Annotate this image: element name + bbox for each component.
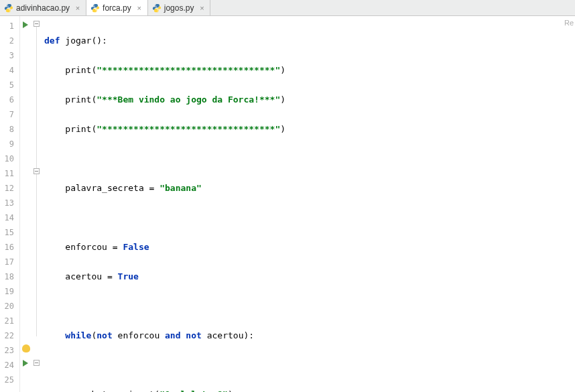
- tab-jogos[interactable]: jogos.py ×: [148, 0, 211, 15]
- line-number: 25: [0, 373, 14, 387]
- editor: 1 2 3 4 5 6 7 8 9 10 11 12 13 14 15 16 1…: [0, 16, 575, 392]
- tab-label: adivinhacao.py: [16, 3, 70, 13]
- run-icon[interactable]: [23, 21, 28, 28]
- code-line[interactable]: chute = input("Qual letra?"): [44, 387, 575, 392]
- code-line[interactable]: palavra_secreta = "banana": [44, 181, 575, 196]
- line-number: 5: [0, 78, 14, 92]
- line-number: 8: [0, 122, 14, 137]
- python-icon: [152, 3, 162, 13]
- fold-gutter: [32, 16, 42, 392]
- line-number: 6: [0, 92, 14, 107]
- line-number: 21: [0, 314, 14, 328]
- line-number: 17: [0, 255, 14, 269]
- code-line[interactable]: print("*********************************…: [44, 122, 575, 137]
- tab-adivinhacao[interactable]: adivinhacao.py ×: [0, 0, 86, 15]
- line-gutter[interactable]: 1 2 3 4 5 6 7 8 9 10 11 12 13 14 15 16 1…: [0, 16, 20, 392]
- code-line[interactable]: while(not enforcou and not acertou):: [44, 328, 575, 343]
- svg-point-3: [96, 10, 97, 11]
- line-number: 24: [0, 358, 14, 373]
- line-number: 12: [0, 181, 14, 196]
- line-number: 14: [0, 210, 14, 225]
- line-number: 3: [0, 48, 14, 63]
- code-line[interactable]: print("*********************************…: [44, 63, 575, 78]
- line-number: 4: [0, 63, 14, 78]
- python-icon: [90, 3, 100, 13]
- svg-point-2: [94, 4, 94, 5]
- code-line[interactable]: [44, 151, 575, 166]
- tab-label: jogos.py: [164, 3, 194, 13]
- line-number: 2: [0, 34, 14, 48]
- run-icon[interactable]: [23, 360, 28, 367]
- code-line[interactable]: [44, 358, 575, 373]
- line-number: 11: [0, 166, 14, 181]
- code-line[interactable]: acertou = True: [44, 269, 575, 284]
- svg-point-1: [9, 10, 10, 11]
- line-number: 13: [0, 196, 14, 210]
- line-number: 16: [0, 240, 14, 255]
- code-area[interactable]: def jogar(): print("********************…: [42, 16, 575, 392]
- line-number: 18: [0, 269, 14, 284]
- fold-toggle[interactable]: [34, 21, 40, 27]
- line-number: 1: [0, 19, 14, 34]
- close-icon[interactable]: ×: [198, 4, 206, 12]
- tab-forca[interactable]: forca.py ×: [86, 0, 148, 15]
- bulb-icon[interactable]: [22, 344, 30, 352]
- line-number: 15: [0, 225, 14, 240]
- tab-label: forca.py: [103, 3, 131, 13]
- svg-point-5: [157, 10, 158, 11]
- svg-point-0: [7, 4, 8, 5]
- close-icon[interactable]: ×: [74, 4, 82, 12]
- line-number: 23: [0, 343, 14, 358]
- run-gutter: [20, 16, 32, 392]
- python-icon: [4, 3, 13, 13]
- line-number: 19: [0, 284, 14, 299]
- fold-toggle[interactable]: [34, 360, 40, 366]
- line-number: 10: [0, 151, 14, 166]
- line-number: 22: [0, 328, 14, 343]
- line-number: 9: [0, 137, 14, 151]
- code-line[interactable]: print("***Bem vindo ao jogo da Forca!***…: [44, 92, 575, 107]
- code-line[interactable]: [44, 299, 575, 314]
- fold-toggle[interactable]: [34, 168, 40, 174]
- code-line[interactable]: [44, 210, 575, 225]
- code-line[interactable]: def jogar():: [44, 34, 575, 48]
- line-number: 20: [0, 299, 14, 314]
- tab-bar: adivinhacao.py × forca.py × jogos.py ×: [0, 0, 575, 16]
- line-number: 7: [0, 107, 14, 122]
- code-line[interactable]: enforcou = False: [44, 240, 575, 255]
- svg-point-4: [155, 4, 155, 5]
- close-icon[interactable]: ×: [135, 4, 143, 12]
- fold-line: [36, 27, 37, 336]
